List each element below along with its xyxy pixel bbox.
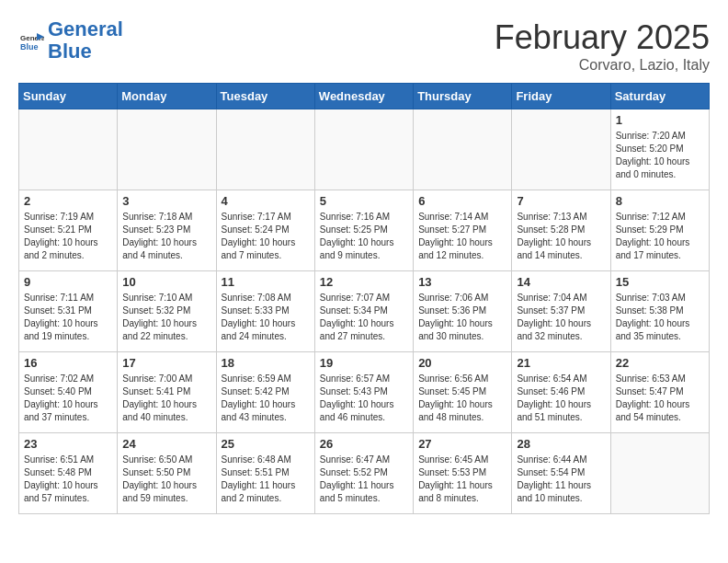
day-number: 21 <box>517 356 605 370</box>
day-number: 19 <box>320 356 408 370</box>
day-number: 9 <box>24 275 112 289</box>
day-info: Sunrise: 6:56 AM Sunset: 5:45 PM Dayligh… <box>418 373 506 424</box>
day-cell: 10Sunrise: 7:10 AM Sunset: 5:32 PM Dayli… <box>118 271 216 352</box>
day-cell: 27Sunrise: 6:45 AM Sunset: 5:53 PM Dayli… <box>414 433 512 514</box>
day-info: Sunrise: 7:03 AM Sunset: 5:38 PM Dayligh… <box>616 292 704 343</box>
day-cell: 22Sunrise: 6:53 AM Sunset: 5:47 PM Dayli… <box>610 352 709 433</box>
day-cell: 8Sunrise: 7:12 AM Sunset: 5:29 PM Daylig… <box>610 190 709 271</box>
day-cell <box>118 109 216 190</box>
day-cell: 12Sunrise: 7:07 AM Sunset: 5:34 PM Dayli… <box>314 271 413 352</box>
day-info: Sunrise: 6:44 AM Sunset: 5:54 PM Dayligh… <box>517 454 605 505</box>
day-number: 4 <box>222 194 310 208</box>
day-info: Sunrise: 7:11 AM Sunset: 5:31 PM Dayligh… <box>24 292 112 343</box>
day-number: 17 <box>122 356 210 370</box>
day-number: 26 <box>320 437 408 451</box>
week-row-2: 2Sunrise: 7:19 AM Sunset: 5:21 PM Daylig… <box>19 190 710 271</box>
day-info: Sunrise: 6:59 AM Sunset: 5:42 PM Dayligh… <box>222 373 310 424</box>
weekday-header-row: SundayMondayTuesdayWednesdayThursdayFrid… <box>19 84 710 109</box>
day-cell <box>314 109 413 190</box>
day-cell: 7Sunrise: 7:13 AM Sunset: 5:28 PM Daylig… <box>512 190 610 271</box>
day-info: Sunrise: 7:18 AM Sunset: 5:23 PM Dayligh… <box>122 211 210 262</box>
day-cell <box>414 109 512 190</box>
calendar-subtitle: Corvaro, Lazio, Italy <box>495 57 710 74</box>
day-info: Sunrise: 6:57 AM Sunset: 5:43 PM Dayligh… <box>320 373 408 424</box>
weekday-header-thursday: Thursday <box>414 84 512 109</box>
day-cell: 3Sunrise: 7:18 AM Sunset: 5:23 PM Daylig… <box>118 190 216 271</box>
day-number: 12 <box>320 275 408 289</box>
logo: General Blue General Blue <box>18 18 123 63</box>
day-cell: 23Sunrise: 6:51 AM Sunset: 5:48 PM Dayli… <box>19 433 118 514</box>
day-cell: 15Sunrise: 7:03 AM Sunset: 5:38 PM Dayli… <box>610 271 709 352</box>
day-number: 23 <box>24 437 112 451</box>
svg-text:Blue: Blue <box>20 42 39 52</box>
day-info: Sunrise: 7:13 AM Sunset: 5:28 PM Dayligh… <box>517 211 605 262</box>
day-cell: 18Sunrise: 6:59 AM Sunset: 5:42 PM Dayli… <box>216 352 314 433</box>
day-number: 18 <box>222 356 310 370</box>
day-number: 6 <box>418 194 506 208</box>
week-row-4: 16Sunrise: 7:02 AM Sunset: 5:40 PM Dayli… <box>19 352 710 433</box>
day-cell: 19Sunrise: 6:57 AM Sunset: 5:43 PM Dayli… <box>314 352 413 433</box>
day-cell <box>19 109 118 190</box>
day-cell: 28Sunrise: 6:44 AM Sunset: 5:54 PM Dayli… <box>512 433 610 514</box>
day-info: Sunrise: 7:10 AM Sunset: 5:32 PM Dayligh… <box>122 292 210 343</box>
day-cell: 1Sunrise: 7:20 AM Sunset: 5:20 PM Daylig… <box>610 109 709 190</box>
day-info: Sunrise: 7:08 AM Sunset: 5:33 PM Dayligh… <box>222 292 310 343</box>
day-number: 8 <box>616 194 704 208</box>
day-cell: 21Sunrise: 6:54 AM Sunset: 5:46 PM Dayli… <box>512 352 610 433</box>
day-number: 28 <box>517 437 605 451</box>
day-cell <box>216 109 314 190</box>
day-info: Sunrise: 7:04 AM Sunset: 5:37 PM Dayligh… <box>517 292 605 343</box>
day-number: 16 <box>24 356 112 370</box>
page-header: General Blue General Blue February 2025 … <box>18 18 710 74</box>
day-number: 14 <box>517 275 605 289</box>
day-number: 11 <box>222 275 310 289</box>
week-row-1: 1Sunrise: 7:20 AM Sunset: 5:20 PM Daylig… <box>19 109 710 190</box>
weekday-header-saturday: Saturday <box>610 84 709 109</box>
week-row-3: 9Sunrise: 7:11 AM Sunset: 5:31 PM Daylig… <box>19 271 710 352</box>
weekday-header-tuesday: Tuesday <box>216 84 314 109</box>
day-number: 22 <box>616 356 704 370</box>
day-cell: 24Sunrise: 6:50 AM Sunset: 5:50 PM Dayli… <box>118 433 216 514</box>
day-info: Sunrise: 7:00 AM Sunset: 5:41 PM Dayligh… <box>122 373 210 424</box>
day-number: 25 <box>222 437 310 451</box>
day-info: Sunrise: 6:53 AM Sunset: 5:47 PM Dayligh… <box>616 373 704 424</box>
day-cell: 4Sunrise: 7:17 AM Sunset: 5:24 PM Daylig… <box>216 190 314 271</box>
day-number: 5 <box>320 194 408 208</box>
logo-blue: Blue <box>48 40 92 63</box>
weekday-header-friday: Friday <box>512 84 610 109</box>
title-block: February 2025 Corvaro, Lazio, Italy <box>495 18 710 74</box>
calendar-title: February 2025 <box>495 18 710 57</box>
day-info: Sunrise: 6:48 AM Sunset: 5:51 PM Dayligh… <box>222 454 310 505</box>
day-cell: 17Sunrise: 7:00 AM Sunset: 5:41 PM Dayli… <box>118 352 216 433</box>
day-info: Sunrise: 6:47 AM Sunset: 5:52 PM Dayligh… <box>320 454 408 505</box>
day-number: 24 <box>122 437 210 451</box>
day-cell: 6Sunrise: 7:14 AM Sunset: 5:27 PM Daylig… <box>414 190 512 271</box>
day-number: 7 <box>517 194 605 208</box>
day-info: Sunrise: 7:07 AM Sunset: 5:34 PM Dayligh… <box>320 292 408 343</box>
day-info: Sunrise: 7:19 AM Sunset: 5:21 PM Dayligh… <box>24 211 112 262</box>
day-info: Sunrise: 7:14 AM Sunset: 5:27 PM Dayligh… <box>418 211 506 262</box>
day-cell: 5Sunrise: 7:16 AM Sunset: 5:25 PM Daylig… <box>314 190 413 271</box>
calendar-table: SundayMondayTuesdayWednesdayThursdayFrid… <box>18 83 710 514</box>
day-info: Sunrise: 7:16 AM Sunset: 5:25 PM Dayligh… <box>320 211 408 262</box>
day-info: Sunrise: 7:06 AM Sunset: 5:36 PM Dayligh… <box>418 292 506 343</box>
day-info: Sunrise: 7:20 AM Sunset: 5:20 PM Dayligh… <box>616 130 704 181</box>
week-row-5: 23Sunrise: 6:51 AM Sunset: 5:48 PM Dayli… <box>19 433 710 514</box>
weekday-header-monday: Monday <box>118 84 216 109</box>
logo-general: General <box>48 17 123 40</box>
day-cell: 25Sunrise: 6:48 AM Sunset: 5:51 PM Dayli… <box>216 433 314 514</box>
day-info: Sunrise: 6:54 AM Sunset: 5:46 PM Dayligh… <box>517 373 605 424</box>
day-info: Sunrise: 7:12 AM Sunset: 5:29 PM Dayligh… <box>616 211 704 262</box>
day-cell: 26Sunrise: 6:47 AM Sunset: 5:52 PM Dayli… <box>314 433 413 514</box>
day-number: 10 <box>122 275 210 289</box>
day-cell <box>610 433 709 514</box>
day-cell: 9Sunrise: 7:11 AM Sunset: 5:31 PM Daylig… <box>19 271 118 352</box>
day-cell <box>512 109 610 190</box>
logo-icon: General Blue <box>18 28 44 53</box>
day-info: Sunrise: 6:51 AM Sunset: 5:48 PM Dayligh… <box>24 454 112 505</box>
day-cell: 16Sunrise: 7:02 AM Sunset: 5:40 PM Dayli… <box>19 352 118 433</box>
day-cell: 14Sunrise: 7:04 AM Sunset: 5:37 PM Dayli… <box>512 271 610 352</box>
day-number: 2 <box>24 194 112 208</box>
day-number: 1 <box>616 113 704 127</box>
day-info: Sunrise: 7:02 AM Sunset: 5:40 PM Dayligh… <box>24 373 112 424</box>
